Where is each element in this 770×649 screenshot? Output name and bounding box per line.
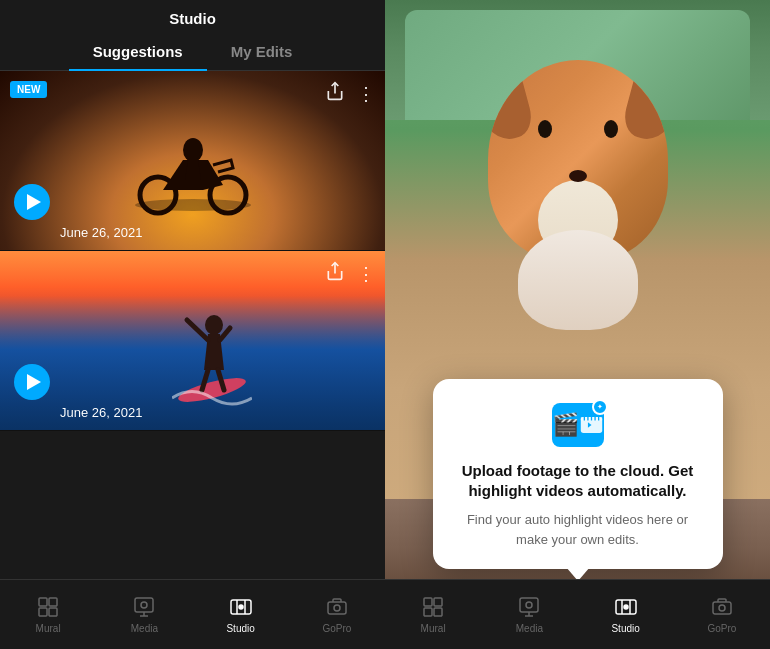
video-actions-2: ⋮: [325, 261, 375, 286]
nav-media-right[interactable]: Media: [481, 580, 577, 649]
nav-studio-label-left: Studio: [226, 623, 254, 634]
nav-gopro-right[interactable]: GoPro: [674, 580, 770, 649]
left-panel: Studio Suggestions My Edits: [0, 0, 385, 649]
nav-gopro-label-right: GoPro: [707, 623, 736, 634]
video-actions-1: ⋮: [325, 81, 375, 106]
svg-rect-10: [39, 608, 47, 616]
svg-point-13: [141, 602, 147, 608]
svg-point-17: [334, 605, 340, 611]
svg-rect-21: [434, 598, 442, 606]
svg-rect-28: [713, 602, 731, 614]
dog-body-container: [468, 60, 688, 360]
star-badge: ✦: [592, 399, 608, 415]
new-badge: NEW: [10, 81, 47, 98]
nav-studio-left[interactable]: Studio: [193, 580, 289, 649]
media-icon-right: [517, 595, 541, 619]
video-card-moto[interactable]: NEW ⋮ June 26, 2021: [0, 71, 385, 251]
svg-point-27: [624, 605, 628, 609]
svg-rect-20: [424, 598, 432, 606]
studio-icon: [229, 595, 253, 619]
video-card-surf[interactable]: ⋮ June 26, 2021: [0, 251, 385, 431]
nav-mural-label-right: Mural: [421, 623, 446, 634]
nav-media-label-right: Media: [516, 623, 543, 634]
bottom-nav-left: Mural Media Studio GoPro: [0, 579, 385, 649]
share-icon-2[interactable]: [325, 261, 345, 286]
svg-point-5: [176, 373, 248, 407]
svg-rect-12: [135, 598, 153, 612]
svg-rect-24: [520, 598, 538, 612]
tooltip-description: Find your auto highlight videos here or …: [453, 510, 703, 549]
nav-media-left[interactable]: Media: [96, 580, 192, 649]
gopro-icon: [325, 595, 349, 619]
video-list: NEW ⋮ June 26, 2021: [0, 71, 385, 579]
svg-rect-16: [328, 602, 346, 614]
nav-mural-left[interactable]: Mural: [0, 580, 96, 649]
mural-icon-right: [421, 595, 445, 619]
nav-gopro-left[interactable]: GoPro: [289, 580, 385, 649]
studio-header: Studio Suggestions My Edits: [0, 0, 385, 71]
film-icon: [579, 411, 604, 439]
play-button-1[interactable]: [14, 184, 50, 220]
svg-point-25: [526, 602, 532, 608]
svg-rect-23: [434, 608, 442, 616]
svg-point-0: [135, 199, 251, 211]
nav-mural-right[interactable]: Mural: [385, 580, 481, 649]
nav-gopro-label-left: GoPro: [322, 623, 351, 634]
tab-my-edits[interactable]: My Edits: [207, 35, 317, 70]
gopro-icon-right: [710, 595, 734, 619]
nav-studio-label-right: Studio: [611, 623, 639, 634]
svg-point-29: [719, 605, 725, 611]
svg-point-15: [239, 605, 243, 609]
tab-suggestions[interactable]: Suggestions: [69, 35, 207, 70]
svg-rect-9: [49, 598, 57, 606]
more-icon-2[interactable]: ⋮: [357, 263, 375, 285]
nav-studio-right[interactable]: Studio: [578, 580, 674, 649]
tab-bar: Suggestions My Edits: [0, 35, 385, 71]
surf-silhouette-icon: [172, 290, 252, 410]
share-icon-1[interactable]: [325, 81, 345, 106]
more-icon-1[interactable]: ⋮: [357, 83, 375, 105]
mural-icon: [36, 595, 60, 619]
video-date-1: June 26, 2021: [60, 225, 142, 240]
tooltip-title: Upload footage to the cloud. Get highlig…: [453, 461, 703, 500]
video-date-2: June 26, 2021: [60, 405, 142, 420]
nav-media-label-left: Media: [131, 623, 158, 634]
studio-icon-right: [614, 595, 638, 619]
svg-rect-22: [424, 608, 432, 616]
right-panel: ✦ Upload footage to the cloud. Get highl…: [385, 0, 770, 649]
nav-mural-label-left: Mural: [36, 623, 61, 634]
tooltip-popup: ✦ Upload footage to the cloud. Get highl…: [433, 379, 723, 569]
moto-silhouette-icon: [133, 130, 253, 220]
media-icon: [132, 595, 156, 619]
svg-rect-11: [49, 608, 57, 616]
play-button-2[interactable]: [14, 364, 50, 400]
svg-point-6: [205, 315, 223, 335]
bottom-nav-right: Mural Media Studio GoPro: [385, 579, 770, 649]
cloud-upload-icon: ✦: [552, 403, 604, 447]
svg-rect-8: [39, 598, 47, 606]
app-title: Studio: [0, 10, 385, 27]
svg-point-3: [183, 138, 203, 162]
